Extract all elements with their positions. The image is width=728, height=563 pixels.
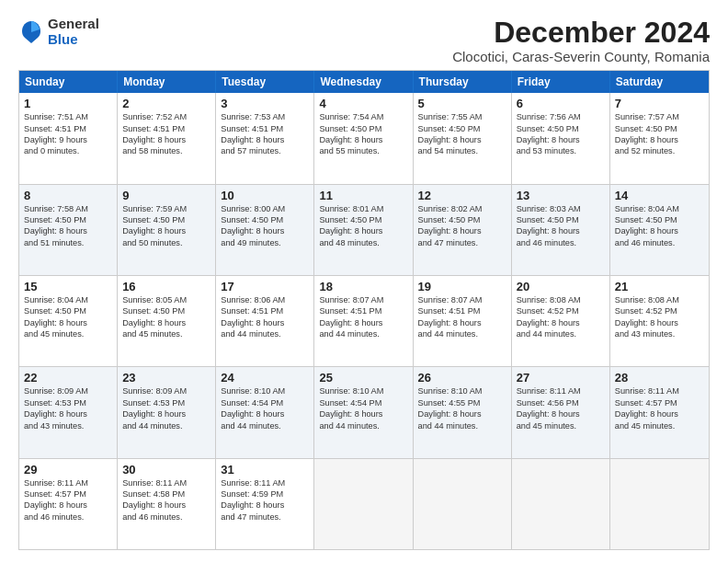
cell-line: Sunset: 4:50 PM xyxy=(24,305,112,316)
cell-line: Sunrise: 7:59 AM xyxy=(122,203,210,214)
cell-line: Sunrise: 8:07 AM xyxy=(319,294,407,305)
cell-line: Sunrise: 8:11 AM xyxy=(221,477,309,488)
cell-line: and 45 minutes. xyxy=(615,420,704,431)
day-cell-26: 26Sunrise: 8:10 AMSunset: 4:55 PMDayligh… xyxy=(414,367,512,457)
cell-line: and 46 minutes. xyxy=(517,237,605,248)
cell-line: Daylight: 8 hours xyxy=(517,408,605,419)
cell-line: and 44 minutes. xyxy=(517,328,605,339)
cell-line: Sunrise: 8:11 AM xyxy=(24,477,112,488)
day-number: 15 xyxy=(24,280,112,293)
day-number: 8 xyxy=(24,189,112,202)
day-number: 14 xyxy=(615,189,704,202)
calendar-row-1: 1Sunrise: 7:51 AMSunset: 4:51 PMDaylight… xyxy=(19,93,709,183)
cell-line: Daylight: 8 hours xyxy=(418,134,506,145)
cell-line: Sunset: 4:50 PM xyxy=(319,214,407,225)
cell-line: Sunset: 4:57 PM xyxy=(615,397,704,408)
cell-line: Sunrise: 7:54 AM xyxy=(319,111,407,122)
day-number: 7 xyxy=(615,97,704,110)
cell-line: Daylight: 8 hours xyxy=(615,317,704,328)
cell-line: Sunrise: 8:07 AM xyxy=(418,294,506,305)
cell-line: Sunrise: 8:03 AM xyxy=(517,203,605,214)
cell-line: and 46 minutes. xyxy=(24,511,112,523)
cell-line: Daylight: 8 hours xyxy=(615,408,704,419)
cell-line: and 46 minutes. xyxy=(122,511,210,523)
day-number: 17 xyxy=(221,280,309,293)
cell-line: Daylight: 8 hours xyxy=(319,134,407,145)
header-day-tuesday: Tuesday xyxy=(216,71,314,93)
logo-general: General xyxy=(48,17,99,32)
day-number: 31 xyxy=(221,463,309,477)
header-day-thursday: Thursday xyxy=(414,71,512,93)
cell-line: Sunrise: 8:02 AM xyxy=(418,203,506,214)
cell-line: and 0 minutes. xyxy=(24,145,112,156)
empty-cell xyxy=(610,459,709,549)
day-number: 6 xyxy=(517,97,605,110)
cell-line: Daylight: 8 hours xyxy=(517,225,605,236)
cell-line: Sunset: 4:50 PM xyxy=(24,214,112,225)
day-number: 1 xyxy=(24,97,112,110)
day-number: 28 xyxy=(615,371,704,385)
day-number: 9 xyxy=(122,189,210,202)
day-cell-15: 15Sunrise: 8:04 AMSunset: 4:50 PMDayligh… xyxy=(19,276,118,366)
header: General Blue December 2024 Clocotici, Ca… xyxy=(18,17,710,64)
day-number: 4 xyxy=(319,97,407,110)
cell-line: Sunset: 4:53 PM xyxy=(24,397,112,408)
day-cell-14: 14Sunrise: 8:04 AMSunset: 4:50 PMDayligh… xyxy=(610,185,709,275)
cell-line: Sunrise: 7:51 AM xyxy=(24,111,112,122)
cell-line: Sunrise: 8:11 AM xyxy=(122,477,210,488)
day-cell-6: 6Sunrise: 7:56 AMSunset: 4:50 PMDaylight… xyxy=(512,93,610,183)
cell-line: Daylight: 8 hours xyxy=(319,317,407,328)
cell-line: Sunset: 4:50 PM xyxy=(418,214,506,225)
logo-blue-text: Blue xyxy=(48,32,99,48)
cell-line: and 43 minutes. xyxy=(615,328,704,339)
day-cell-4: 4Sunrise: 7:54 AMSunset: 4:50 PMDaylight… xyxy=(314,93,413,183)
day-cell-21: 21Sunrise: 8:08 AMSunset: 4:52 PMDayligh… xyxy=(610,276,709,366)
cell-line: Sunrise: 8:01 AM xyxy=(319,203,407,214)
cell-line: Daylight: 8 hours xyxy=(122,317,210,328)
empty-cell xyxy=(512,459,610,549)
day-cell-20: 20Sunrise: 8:08 AMSunset: 4:52 PMDayligh… xyxy=(512,276,610,366)
cell-line: and 44 minutes. xyxy=(418,420,506,431)
day-number: 27 xyxy=(517,371,605,385)
cell-line: Sunset: 4:51 PM xyxy=(319,305,407,316)
cell-line: Daylight: 8 hours xyxy=(221,134,309,145)
day-cell-13: 13Sunrise: 8:03 AMSunset: 4:50 PMDayligh… xyxy=(512,185,610,275)
cell-line: Daylight: 8 hours xyxy=(24,500,112,511)
cell-line: Sunset: 4:50 PM xyxy=(221,214,309,225)
day-number: 16 xyxy=(122,280,210,293)
cell-line: Daylight: 8 hours xyxy=(122,225,210,236)
cell-line: Sunset: 4:50 PM xyxy=(319,123,407,134)
day-cell-25: 25Sunrise: 8:10 AMSunset: 4:54 PMDayligh… xyxy=(314,367,413,457)
cell-line: and 45 minutes. xyxy=(24,328,112,339)
cell-line: Sunset: 4:52 PM xyxy=(615,305,704,316)
cell-line: and 58 minutes. xyxy=(122,145,210,156)
cell-line: Sunrise: 8:10 AM xyxy=(221,385,309,396)
cell-line: Sunrise: 7:58 AM xyxy=(24,203,112,214)
cell-line: Sunrise: 8:10 AM xyxy=(319,385,407,396)
cell-line: and 44 minutes. xyxy=(221,420,309,431)
calendar-header: SundayMondayTuesdayWednesdayThursdayFrid… xyxy=(19,71,709,93)
cell-line: Sunset: 4:50 PM xyxy=(122,214,210,225)
cell-line: Sunrise: 8:08 AM xyxy=(517,294,605,305)
day-cell-27: 27Sunrise: 8:11 AMSunset: 4:56 PMDayligh… xyxy=(512,367,610,457)
cell-line: and 46 minutes. xyxy=(615,237,704,248)
logo: General Blue xyxy=(18,17,99,47)
cell-line: and 44 minutes. xyxy=(319,420,407,431)
day-number: 11 xyxy=(319,189,407,202)
cell-line: Sunrise: 8:09 AM xyxy=(24,385,112,396)
day-number: 3 xyxy=(221,97,309,110)
cell-line: Daylight: 8 hours xyxy=(122,500,210,511)
header-day-wednesday: Wednesday xyxy=(314,71,413,93)
cell-line: Sunset: 4:57 PM xyxy=(24,488,112,500)
cell-line: Daylight: 8 hours xyxy=(517,317,605,328)
cell-line: Sunset: 4:53 PM xyxy=(122,397,210,408)
day-number: 23 xyxy=(122,371,210,385)
cell-line: and 47 minutes. xyxy=(221,511,309,523)
day-number: 12 xyxy=(418,189,506,202)
cell-line: Sunset: 4:50 PM xyxy=(122,305,210,316)
day-cell-22: 22Sunrise: 8:09 AMSunset: 4:53 PMDayligh… xyxy=(19,367,118,457)
empty-cell xyxy=(314,459,413,549)
day-cell-18: 18Sunrise: 8:07 AMSunset: 4:51 PMDayligh… xyxy=(314,276,413,366)
day-number: 10 xyxy=(221,189,309,202)
cell-line: Sunset: 4:50 PM xyxy=(517,123,605,134)
